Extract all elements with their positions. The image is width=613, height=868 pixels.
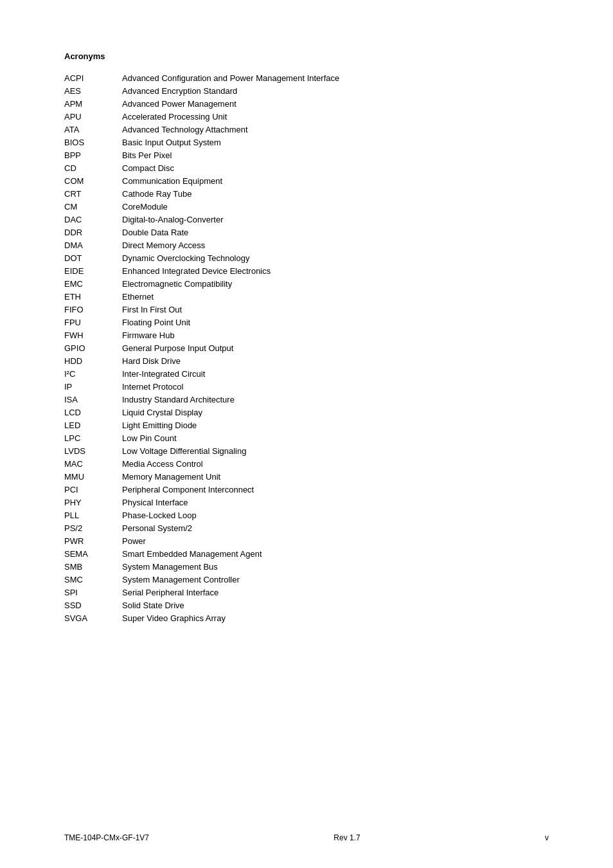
acronym-definition: Industry Standard Architecture bbox=[122, 393, 549, 406]
acronym-definition: Firmware Hub bbox=[122, 329, 549, 341]
acronym-row: BIOSBasic Input Output System bbox=[64, 136, 549, 149]
acronym-abbr: IP bbox=[64, 380, 122, 393]
acronym-definition: Dynamic Overclocking Technology bbox=[122, 251, 549, 264]
acronym-definition: Compact Disc bbox=[122, 161, 549, 174]
acronym-row: SPISerial Peripheral Interface bbox=[64, 586, 549, 599]
acronym-row: ETHEthernet bbox=[64, 290, 549, 303]
acronym-row: DOTDynamic Overclocking Technology bbox=[64, 251, 549, 264]
acronym-row: SMCSystem Management Controller bbox=[64, 573, 549, 586]
acronym-row: GPIOGeneral Purpose Input Output bbox=[64, 341, 549, 354]
acronym-definition: First In First Out bbox=[122, 303, 549, 316]
acronym-abbr: ACPI bbox=[64, 71, 122, 84]
acronym-abbr: APU bbox=[64, 110, 122, 123]
acronym-row: CDCompact Disc bbox=[64, 161, 549, 174]
acronym-row: IPInternet Protocol bbox=[64, 380, 549, 393]
acronym-definition: Low Pin Count bbox=[122, 431, 549, 444]
acronym-definition: Digital-to-Analog-Converter bbox=[122, 213, 549, 226]
acronym-definition: System Management Bus bbox=[122, 560, 549, 573]
acronym-row: AESAdvanced Encryption Standard bbox=[64, 84, 549, 97]
acronym-row: PCIPeripheral Component Interconnect bbox=[64, 483, 549, 496]
acronym-row: SEMASmart Embedded Management Agent bbox=[64, 547, 549, 560]
acronym-abbr: EIDE bbox=[64, 264, 122, 277]
acronym-row: LCDLiquid Crystal Display bbox=[64, 406, 549, 419]
acronym-definition: Advanced Technology Attachment bbox=[122, 123, 549, 136]
acronym-abbr: EMC bbox=[64, 277, 122, 290]
acronym-row: PLLPhase-Locked Loop bbox=[64, 509, 549, 521]
acronym-abbr: I²C bbox=[64, 367, 122, 380]
footer-doc-number: TME-104P-CMx-GF-1V7 bbox=[64, 833, 149, 842]
acronym-row: FPUFloating Point Unit bbox=[64, 316, 549, 329]
acronym-definition: Double Data Rate bbox=[122, 226, 549, 239]
acronym-abbr: LPC bbox=[64, 431, 122, 444]
acronym-abbr: SMC bbox=[64, 573, 122, 586]
acronym-abbr: SVGA bbox=[64, 611, 122, 624]
acronym-abbr: ISA bbox=[64, 393, 122, 406]
acronym-row: HDDHard Disk Drive bbox=[64, 354, 549, 367]
acronym-row: DMADirect Memory Access bbox=[64, 239, 549, 251]
acronym-definition: Basic Input Output System bbox=[122, 136, 549, 149]
acronym-definition: Serial Peripheral Interface bbox=[122, 586, 549, 599]
acronym-row: APUAccelerated Processing Unit bbox=[64, 110, 549, 123]
acronym-abbr: ETH bbox=[64, 290, 122, 303]
acronym-abbr: FWH bbox=[64, 329, 122, 341]
acronym-abbr: CRT bbox=[64, 187, 122, 200]
acronym-definition: Personal System/2 bbox=[122, 521, 549, 534]
acronym-abbr: CD bbox=[64, 161, 122, 174]
acronym-abbr: MMU bbox=[64, 470, 122, 483]
acronym-abbr: BPP bbox=[64, 149, 122, 161]
acronym-definition: Power bbox=[122, 534, 549, 547]
acronym-definition: Advanced Power Management bbox=[122, 97, 549, 110]
acronym-definition: Super Video Graphics Array bbox=[122, 611, 549, 624]
acronym-definition: Physical Interface bbox=[122, 496, 549, 509]
acronym-abbr: ATA bbox=[64, 123, 122, 136]
acronym-row: SMBSystem Management Bus bbox=[64, 560, 549, 573]
acronym-row: MACMedia Access Control bbox=[64, 457, 549, 470]
acronym-definition: Advanced Configuration and Power Managem… bbox=[122, 71, 549, 84]
acronym-definition: Hard Disk Drive bbox=[122, 354, 549, 367]
acronym-row: I²CInter-Integrated Circuit bbox=[64, 367, 549, 380]
acronym-definition: Smart Embedded Management Agent bbox=[122, 547, 549, 560]
acronym-table: ACPIAdvanced Configuration and Power Man… bbox=[64, 71, 549, 624]
acronym-abbr: DMA bbox=[64, 239, 122, 251]
acronym-row: PHYPhysical Interface bbox=[64, 496, 549, 509]
acronym-definition: CoreModule bbox=[122, 200, 549, 213]
acronym-abbr: COM bbox=[64, 174, 122, 187]
acronym-abbr: PHY bbox=[64, 496, 122, 509]
acronym-row: LEDLight Emitting Diode bbox=[64, 419, 549, 431]
acronym-row: COMCommunication Equipment bbox=[64, 174, 549, 187]
acronym-abbr: DDR bbox=[64, 226, 122, 239]
acronym-definition: Phase-Locked Loop bbox=[122, 509, 549, 521]
acronym-abbr: LCD bbox=[64, 406, 122, 419]
acronym-row: ISAIndustry Standard Architecture bbox=[64, 393, 549, 406]
acronym-abbr: SPI bbox=[64, 586, 122, 599]
acronym-row: BPPBits Per Pixel bbox=[64, 149, 549, 161]
acronym-abbr: BIOS bbox=[64, 136, 122, 149]
acronym-definition: Accelerated Processing Unit bbox=[122, 110, 549, 123]
acronym-row: PS/2Personal System/2 bbox=[64, 521, 549, 534]
footer: TME-104P-CMx-GF-1V7 Rev 1.7 v bbox=[64, 833, 549, 842]
acronym-definition: Advanced Encryption Standard bbox=[122, 84, 549, 97]
acronym-row: ATAAdvanced Technology Attachment bbox=[64, 123, 549, 136]
section-title: Acronyms bbox=[64, 51, 549, 61]
acronym-abbr: PS/2 bbox=[64, 521, 122, 534]
acronym-definition: Ethernet bbox=[122, 290, 549, 303]
acronym-definition: Low Voltage Differential Signaling bbox=[122, 444, 549, 457]
acronym-abbr: AES bbox=[64, 84, 122, 97]
acronym-definition: Liquid Crystal Display bbox=[122, 406, 549, 419]
acronym-row: FIFOFirst In First Out bbox=[64, 303, 549, 316]
acronym-abbr: MAC bbox=[64, 457, 122, 470]
acronym-row: PWRPower bbox=[64, 534, 549, 547]
acronym-definition: System Management Controller bbox=[122, 573, 549, 586]
acronym-definition: Memory Management Unit bbox=[122, 470, 549, 483]
acronym-abbr: GPIO bbox=[64, 341, 122, 354]
acronym-abbr: HDD bbox=[64, 354, 122, 367]
acronym-abbr: PLL bbox=[64, 509, 122, 521]
acronym-definition: General Purpose Input Output bbox=[122, 341, 549, 354]
acronym-definition: Bits Per Pixel bbox=[122, 149, 549, 161]
page: Acronyms ACPIAdvanced Configuration and … bbox=[0, 0, 613, 868]
acronym-row: DDRDouble Data Rate bbox=[64, 226, 549, 239]
acronym-row: EIDEEnhanced Integrated Device Electroni… bbox=[64, 264, 549, 277]
acronym-abbr: FPU bbox=[64, 316, 122, 329]
acronym-row: SSDSolid State Drive bbox=[64, 599, 549, 611]
acronym-row: APMAdvanced Power Management bbox=[64, 97, 549, 110]
